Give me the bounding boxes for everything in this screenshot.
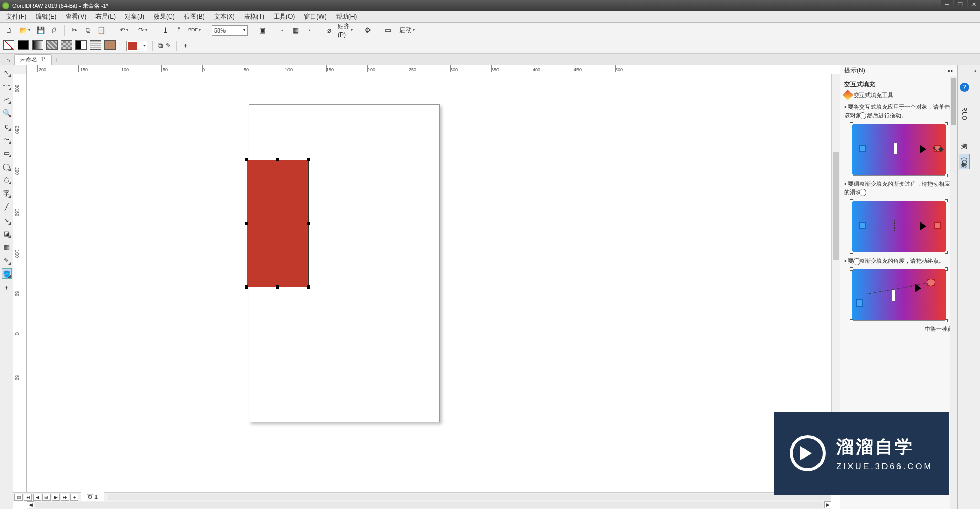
transparency-tool[interactable]: ▦: [2, 242, 12, 252]
scrollbar-track[interactable]: [35, 502, 823, 508]
menu-bitmap[interactable]: 位图(B): [180, 11, 209, 22]
redo-button[interactable]: ↷: [134, 25, 151, 36]
add-document-tab[interactable]: ＋: [53, 56, 61, 65]
menu-text[interactable]: 文本(X): [210, 11, 239, 22]
edit-fill-button[interactable]: ✎: [166, 42, 171, 50]
vector-pattern-button[interactable]: [46, 40, 58, 51]
docker-menu-icon[interactable]: ▸▸: [948, 68, 953, 73]
connector-tool[interactable]: ↘: [2, 215, 12, 225]
docker-tab-ruo[interactable]: RUO: [960, 104, 969, 123]
options-button[interactable]: ⚙: [362, 25, 374, 36]
scroll-right-button[interactable]: ▶: [824, 501, 831, 508]
help-button[interactable]: ?: [960, 83, 969, 92]
interactive-fill-tool[interactable]: 🪣: [2, 268, 12, 279]
scrollbar-thumb[interactable]: [951, 78, 956, 125]
next-page-button[interactable]: ▶: [52, 494, 60, 501]
ruler-origin[interactable]: [13, 65, 27, 74]
menu-view[interactable]: 查看(V): [61, 11, 90, 22]
selected-rectangle-object[interactable]: [247, 160, 309, 287]
uniform-fill-button[interactable]: [18, 40, 29, 51]
eyedropper-tool[interactable]: ✎: [2, 255, 12, 265]
maximize-button[interactable]: ❐: [954, 0, 967, 9]
open-button[interactable]: 📂: [17, 25, 33, 36]
export-button[interactable]: ⤒: [173, 25, 184, 36]
selection-handle[interactable]: [245, 285, 248, 289]
texture-fill-button[interactable]: [90, 40, 101, 51]
snap-dropdown[interactable]: 贴齐(P): [337, 25, 354, 36]
undo-button[interactable]: ↶: [116, 25, 132, 36]
prev-page-button[interactable]: ◀: [33, 494, 41, 501]
add-toolbar-button[interactable]: ＋: [182, 42, 189, 50]
menu-layout[interactable]: 布局(L): [91, 11, 120, 22]
no-fill-button[interactable]: [3, 40, 14, 51]
fullscreen-preview-button[interactable]: ▣: [256, 25, 268, 36]
selection-handle[interactable]: [245, 222, 248, 225]
menu-object[interactable]: 对象(J): [121, 11, 149, 22]
menu-file[interactable]: 文件(F): [2, 11, 30, 22]
bitmap-pattern-button[interactable]: [61, 40, 72, 51]
zoom-level-dropdown[interactable]: 58%: [212, 25, 248, 36]
ellipse-tool[interactable]: ◯: [2, 161, 12, 171]
scrollbar-thumb[interactable]: [833, 152, 839, 260]
minimize-button[interactable]: ─: [941, 0, 953, 9]
postscript-fill-button[interactable]: [104, 40, 116, 51]
first-page-button[interactable]: ⏮: [24, 494, 32, 501]
copy-fill-button[interactable]: ⧉: [158, 42, 163, 50]
menu-help[interactable]: 帮助(H): [332, 11, 361, 22]
rectangle-tool[interactable]: ▭: [2, 148, 12, 158]
paste-button[interactable]: 📋: [95, 25, 107, 36]
menu-edit[interactable]: 编辑(E): [31, 11, 60, 22]
fill-color-dropdown[interactable]: [126, 41, 147, 51]
page-nav-menu[interactable]: ▤: [14, 494, 23, 501]
pick-tool[interactable]: ↖: [2, 67, 12, 77]
copy-button[interactable]: ⧉: [82, 25, 93, 36]
close-button[interactable]: ✕: [968, 0, 980, 9]
align-guides-button[interactable]: ⫞: [277, 25, 288, 36]
last-page-button[interactable]: ⏭: [61, 494, 69, 501]
docker-tab-objects[interactable]: 对象(O): [959, 154, 970, 169]
snap-off-button[interactable]: ⌀: [324, 25, 335, 36]
text-tool[interactable]: 字: [2, 188, 12, 198]
grid-button[interactable]: ▦: [290, 25, 301, 36]
selection-handle[interactable]: [276, 158, 279, 161]
menu-effects[interactable]: 效果(C): [150, 11, 179, 22]
artistic-media-tool[interactable]: 〜: [2, 134, 12, 145]
parallel-dimension-tool[interactable]: ╱: [2, 201, 12, 212]
horizontal-ruler[interactable]: -200-150-100-500501001502002503003504004…: [27, 65, 831, 74]
add-tool-button[interactable]: ＋: [2, 282, 12, 292]
menu-table[interactable]: 表格(T): [240, 11, 268, 22]
print-button[interactable]: ⎙: [49, 25, 60, 36]
selection-handle[interactable]: [276, 285, 279, 289]
import-button[interactable]: ⤓: [159, 25, 171, 36]
docker-tab-browse[interactable]: 浏览: [959, 135, 969, 141]
two-color-pattern-button[interactable]: [75, 40, 87, 51]
hints-scrollbar[interactable]: [950, 76, 957, 509]
selection-handle[interactable]: [307, 158, 310, 161]
dynamic-guides-button[interactable]: ⫠: [303, 25, 315, 36]
hints-docker-title[interactable]: 提示(N) ▸▸: [840, 65, 957, 76]
welcome-tab-button[interactable]: ⌂: [3, 55, 13, 65]
launch-dropdown[interactable]: 启动: [396, 25, 419, 36]
selection-handle[interactable]: [245, 158, 248, 161]
drawing-viewport[interactable]: [27, 74, 831, 492]
vertical-ruler[interactable]: 300250200150100500-50: [13, 74, 27, 501]
menu-tools[interactable]: 工具(O): [269, 11, 299, 22]
shape-tool[interactable]: 〰: [2, 81, 12, 91]
polygon-tool[interactable]: ⬠: [2, 174, 12, 185]
document-tab[interactable]: 未命名 -1*: [14, 54, 52, 65]
add-page-button[interactable]: ＋: [70, 494, 78, 501]
zoom-tool[interactable]: 🔍: [2, 107, 12, 118]
palette-scroll-up[interactable]: ▴: [973, 67, 978, 74]
horizontal-scrollbar[interactable]: ◀ ▶: [27, 501, 831, 509]
page-counter[interactable]: ⊞: [42, 494, 51, 501]
freehand-tool[interactable]: ⅽ: [2, 121, 12, 131]
selection-handle[interactable]: [307, 222, 310, 225]
fountain-fill-button[interactable]: [32, 40, 43, 51]
pdf-button[interactable]: PDF: [186, 25, 203, 36]
launch-button-icon[interactable]: ▭: [382, 25, 394, 36]
scroll-left-button[interactable]: ◀: [27, 501, 34, 508]
selection-handle[interactable]: [307, 285, 310, 289]
menu-window[interactable]: 窗口(W): [300, 11, 330, 22]
new-button[interactable]: 🗋: [3, 25, 14, 36]
crop-tool[interactable]: ✂: [2, 94, 12, 104]
